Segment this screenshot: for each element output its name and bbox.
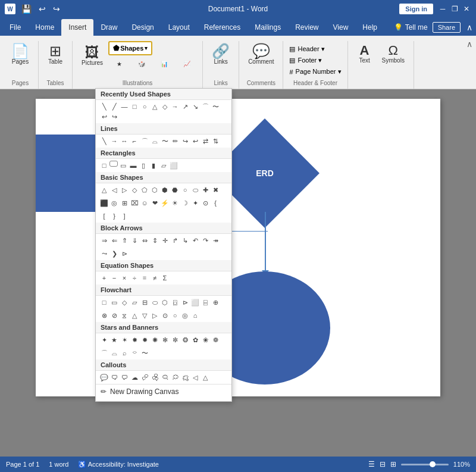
- ba-bent-down[interactable]: ↳: [180, 236, 190, 245]
- minimize-button[interactable]: ─: [438, 4, 447, 14]
- eq-equal[interactable]: =: [140, 273, 149, 283]
- icons-button[interactable]: ★: [108, 59, 130, 69]
- basic-oval[interactable]: ⬭: [190, 185, 200, 195]
- ba-striped-r[interactable]: ↠: [211, 236, 220, 245]
- view-web-button[interactable]: ⊞: [390, 460, 396, 468]
- fc-extract[interactable]: △: [130, 311, 139, 320]
- basic-lightning[interactable]: ⚡: [160, 198, 170, 208]
- callout-cloud[interactable]: ☁: [130, 373, 139, 382]
- pictures-button[interactable]: 🖼 Pictures: [77, 42, 107, 69]
- line-scribble[interactable]: ✏: [170, 136, 180, 146]
- shape-curve[interactable]: ⌒: [201, 102, 210, 111]
- tab-references[interactable]: References: [197, 19, 248, 36]
- shape-circle[interactable]: ○: [140, 102, 149, 111]
- basic-bracket[interactable]: [: [99, 211, 109, 221]
- basic-plus[interactable]: ✚: [201, 185, 210, 195]
- callout-line[interactable]: 🗪: [140, 373, 149, 382]
- new-drawing-canvas-button[interactable]: ✏ New Drawing Canvas: [96, 384, 231, 399]
- fc-direct-access[interactable]: ◎: [180, 311, 190, 320]
- line-curved-arrow[interactable]: ↩: [190, 136, 200, 146]
- line-elbow2[interactable]: ⌓: [150, 136, 159, 146]
- eq-summation[interactable]: Σ: [160, 273, 170, 283]
- shape-arrow-se[interactable]: ↘: [190, 102, 200, 111]
- basic-triangle[interactable]: △: [99, 185, 109, 195]
- line-curved[interactable]: ⌒: [140, 136, 149, 146]
- save-button[interactable]: 💾: [19, 3, 34, 15]
- line-curved-dbl[interactable]: ⇅: [211, 136, 220, 146]
- fc-decision[interactable]: ◇: [120, 298, 129, 307]
- basic-brace2[interactable]: }: [109, 211, 119, 221]
- star-5pt[interactable]: ★: [109, 335, 119, 345]
- 3d-models-button[interactable]: 🎲: [131, 59, 152, 69]
- pages-button[interactable]: 📄 Pages: [7, 41, 33, 68]
- line-elbow[interactable]: ⌐: [130, 136, 139, 146]
- shape-diamond[interactable]: ◇: [160, 102, 170, 111]
- ba-pentagon-arrow[interactable]: ⊳: [120, 249, 129, 258]
- eq-plus[interactable]: +: [99, 273, 109, 283]
- basic-cylinder[interactable]: ◎: [109, 198, 119, 208]
- callout-bdr[interactable]: 🗬: [160, 373, 170, 382]
- star-6pt[interactable]: ✶: [120, 335, 129, 345]
- fc-process[interactable]: □: [99, 298, 109, 307]
- callout-up[interactable]: △: [201, 373, 210, 382]
- shape-fwd[interactable]: ↪: [109, 112, 119, 121]
- basic-heart[interactable]: ❤: [150, 198, 159, 208]
- scroll-v[interactable]: ⌔: [130, 348, 139, 358]
- basic-hexagon[interactable]: ⬡: [150, 185, 159, 195]
- fc-data[interactable]: ▱: [130, 298, 139, 307]
- shape-arrow-ne[interactable]: ↗: [180, 102, 190, 111]
- restore-button[interactable]: ❐: [450, 4, 459, 14]
- basic-cross[interactable]: ✖: [211, 185, 220, 195]
- smartart-button[interactable]: 📊: [154, 59, 175, 69]
- callout-right[interactable]: ◁: [190, 373, 200, 382]
- basic-frame[interactable]: ⊞: [120, 198, 129, 208]
- sign-in-button[interactable]: Sign in: [399, 4, 433, 14]
- line-elbow-arrow[interactable]: ↪: [180, 136, 190, 146]
- callout-accent[interactable]: 🗫: [150, 373, 159, 382]
- star-8pt[interactable]: ✹: [140, 335, 149, 345]
- callout-nobar[interactable]: 🗭: [170, 373, 180, 382]
- star-16pt[interactable]: ✼: [170, 335, 180, 345]
- tab-draw[interactable]: Draw: [93, 19, 124, 36]
- star-burst[interactable]: ❁: [211, 335, 220, 345]
- ba-chevron[interactable]: ❯: [109, 249, 119, 258]
- shape-back[interactable]: ↩: [99, 112, 109, 121]
- tab-file[interactable]: File: [2, 19, 28, 36]
- chart-button[interactable]: 📈: [176, 59, 198, 69]
- fc-summing[interactable]: ⊕: [211, 298, 220, 307]
- line-straight[interactable]: ╲: [99, 136, 109, 146]
- ba-u-turn[interactable]: ↶: [190, 236, 200, 245]
- basic-pentagon[interactable]: ⬠: [140, 185, 149, 195]
- star-32pt[interactable]: ✿: [190, 335, 200, 345]
- basic-smile[interactable]: ☺: [140, 198, 149, 208]
- fc-card[interactable]: ⬜: [190, 298, 200, 307]
- rect-snip1[interactable]: ▭: [118, 161, 128, 170]
- basic-cube[interactable]: ⬛: [99, 198, 109, 208]
- fc-prep[interactable]: ⬡: [160, 298, 170, 307]
- fc-predefined[interactable]: ⊟: [140, 298, 149, 307]
- line-elbow-dbl[interactable]: ⇄: [201, 136, 210, 146]
- eq-minus[interactable]: −: [109, 273, 119, 283]
- wave[interactable]: 〜: [140, 348, 149, 358]
- star-12pt[interactable]: ✻: [160, 335, 170, 345]
- scroll-h[interactable]: ⌕: [120, 348, 129, 358]
- tab-help[interactable]: Help: [355, 19, 384, 36]
- collapse-ribbon-button[interactable]: ∧: [465, 21, 474, 33]
- ba-quad[interactable]: ✛: [160, 236, 170, 245]
- basic-brace[interactable]: {: [211, 198, 220, 208]
- line-freeform[interactable]: 〜: [160, 136, 170, 146]
- ba-notched-r[interactable]: ⤳: [99, 249, 109, 258]
- tab-home[interactable]: Home: [28, 19, 61, 36]
- basic-rtriangle2[interactable]: ▷: [120, 185, 129, 195]
- fc-punch[interactable]: ⌸: [201, 298, 210, 307]
- tell-me-button[interactable]: 💡 Tell me: [394, 23, 428, 32]
- basic-octagon[interactable]: ⬣: [170, 185, 180, 195]
- shape-dash[interactable]: —: [120, 102, 129, 111]
- view-layout-button[interactable]: ⊟: [380, 460, 386, 468]
- callout-oval[interactable]: 🗩: [120, 373, 129, 382]
- ba-curved-r[interactable]: ↷: [201, 236, 210, 245]
- header-button[interactable]: ▤ Header ▾: [287, 44, 343, 54]
- star-7pt[interactable]: ✸: [130, 335, 139, 345]
- fc-mag-disk[interactable]: ○: [170, 311, 180, 320]
- basic-moon[interactable]: ☽: [180, 198, 190, 208]
